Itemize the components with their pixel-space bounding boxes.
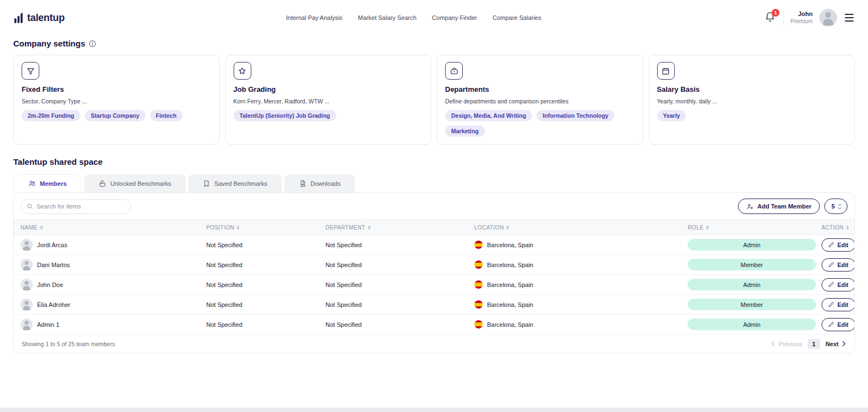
card-fixed-filters[interactable]: Fixed Filters Sector, Company Type ... 2… xyxy=(13,55,220,145)
nav-internal-pay-analysis[interactable]: Internal Pay Analysis xyxy=(286,14,342,21)
download-file-icon xyxy=(299,180,307,187)
table-row: Jordi Arcas Not Specified Not Specified … xyxy=(14,234,854,254)
tab-unlocked-benchmarks[interactable]: Unlocked Benchmarks xyxy=(84,174,185,192)
edit-button-label: Edit xyxy=(838,321,849,328)
tab-label: Downloads xyxy=(311,180,340,187)
member-name: Èlia Adroher xyxy=(37,301,70,308)
member-name: Dani Martos xyxy=(37,262,70,268)
member-location-cell: Barcelona, Spain xyxy=(468,241,681,249)
edit-button-label: Edit xyxy=(838,242,849,248)
sort-icon xyxy=(846,226,849,230)
pencil-icon xyxy=(828,281,834,288)
pencil-icon xyxy=(828,321,834,327)
menu-hamburger-icon[interactable] xyxy=(844,13,855,23)
header-divider xyxy=(783,11,784,25)
tab-saved-benchmarks[interactable]: Saved Benchmarks xyxy=(188,174,281,192)
member-location: Barcelona, Spain xyxy=(487,281,534,288)
member-location: Barcelona, Spain xyxy=(487,262,534,268)
member-department-cell: Not Specified xyxy=(319,301,468,308)
member-name-cell: Èlia Adroher xyxy=(14,299,199,311)
role-badge: Member xyxy=(688,259,816,270)
member-department-cell: Not Specified xyxy=(319,262,468,268)
company-settings-header: Company settings xyxy=(0,39,868,48)
member-location: Barcelona, Spain xyxy=(487,242,534,248)
next-page-button[interactable]: Next xyxy=(825,341,846,347)
search-box xyxy=(20,199,131,214)
chip: Marketing xyxy=(445,126,485,137)
card-title: Fixed Filters xyxy=(22,85,211,93)
member-action-cell: Edit xyxy=(822,238,855,252)
card-departments[interactable]: Departments Define departments and compa… xyxy=(437,55,643,145)
company-settings-title: Company settings xyxy=(13,39,85,48)
edit-button[interactable]: Edit xyxy=(822,278,855,291)
member-avatar xyxy=(20,299,33,311)
card-subtitle: Korn Ferry, Mercer, Radford, WTW ... xyxy=(234,98,423,105)
table-footer: Showing 1 to 5 of 25 team members Previo… xyxy=(14,334,854,353)
edit-button-label: Edit xyxy=(838,301,849,308)
member-avatar xyxy=(20,279,33,291)
chip: Design, Media, And Writing xyxy=(445,110,532,121)
edit-button[interactable]: Edit xyxy=(822,238,855,252)
sort-icon xyxy=(236,226,240,230)
notifications-bell[interactable]: 1 xyxy=(764,12,777,24)
spain-flag-icon xyxy=(474,241,483,249)
member-department-cell: Not Specified xyxy=(319,242,468,248)
search-input[interactable] xyxy=(37,203,125,210)
card-subtitle: Sector, Company Type ... xyxy=(22,98,211,105)
column-header-department[interactable]: Department xyxy=(319,225,468,231)
column-header-name[interactable]: Name xyxy=(14,225,199,231)
column-header-action[interactable]: Action xyxy=(822,225,855,231)
card-title: Salary Basis xyxy=(657,85,847,93)
main-nav: Internal Pay Analysis Market Salary Sear… xyxy=(286,14,541,21)
table-row: Dani Martos Not Specified Not Specified … xyxy=(14,254,854,274)
nav-market-salary-search[interactable]: Market Salary Search xyxy=(358,14,417,21)
nav-compare-salaries[interactable]: Compare Salaries xyxy=(493,14,541,21)
notification-badge: 1 xyxy=(772,9,779,17)
add-team-member-label: Add Team Member xyxy=(757,203,812,210)
tab-members[interactable]: Members xyxy=(13,174,81,192)
table-row: Admin 1 Not Specified Not Specified Barc… xyxy=(14,314,854,334)
edit-button[interactable]: Edit xyxy=(822,318,855,331)
card-title: Departments xyxy=(445,85,635,93)
chip: Fintech xyxy=(150,110,183,121)
calendar-icon xyxy=(657,62,675,80)
previous-page-button[interactable]: Previous xyxy=(771,341,802,347)
member-role-cell: Member xyxy=(681,299,822,310)
user-avatar[interactable] xyxy=(819,9,837,27)
bookmark-icon xyxy=(203,180,210,187)
info-icon[interactable] xyxy=(89,40,96,48)
member-name-cell: John Doe xyxy=(14,279,199,291)
tab-label: Members xyxy=(40,180,66,187)
edit-button[interactable]: Edit xyxy=(822,258,855,272)
members-panel: Add Team Member 5 Name Position Departme… xyxy=(13,192,855,353)
role-badge: Admin xyxy=(688,239,816,251)
member-role-cell: Admin xyxy=(681,319,822,330)
tab-downloads[interactable]: Downloads xyxy=(285,174,355,192)
add-team-member-button[interactable]: Add Team Member xyxy=(738,199,820,214)
top-bar: talentup Internal Pay Analysis Market Sa… xyxy=(0,0,868,35)
member-name-cell: Admin 1 xyxy=(14,319,199,331)
member-location-cell: Barcelona, Spain xyxy=(468,280,681,289)
column-header-role[interactable]: Role xyxy=(681,225,822,231)
edit-button-label: Edit xyxy=(838,262,849,268)
nav-company-finder[interactable]: Company Finder xyxy=(432,14,477,21)
card-subtitle: Define departments and comparison percen… xyxy=(445,98,635,105)
chip: Startup Company xyxy=(85,110,146,121)
member-role-cell: Admin xyxy=(681,239,822,251)
search-icon xyxy=(27,203,33,210)
column-header-location[interactable]: Location xyxy=(468,225,681,231)
edit-button[interactable]: Edit xyxy=(822,298,855,311)
stepper-arrows-icon xyxy=(838,204,842,210)
shared-space-header: Talentup shared space xyxy=(0,157,868,166)
role-badge: Member xyxy=(688,299,816,310)
page-number-button[interactable]: 1 xyxy=(808,339,820,349)
member-department-cell: Not Specified xyxy=(319,281,468,288)
card-salary-basis[interactable]: Salary Basis Yearly, monthly, daily ... … xyxy=(649,55,855,145)
company-settings-cards: Fixed Filters Sector, Company Type ... 2… xyxy=(0,55,868,145)
talentup-logo[interactable]: talentup xyxy=(13,12,65,24)
chip: 2m-20m Funding xyxy=(22,110,80,121)
page-size-selector[interactable]: 5 xyxy=(824,199,848,214)
pencil-icon xyxy=(828,301,834,307)
card-job-grading[interactable]: Job Grading Korn Ferry, Mercer, Radford,… xyxy=(225,55,432,145)
column-header-position[interactable]: Position xyxy=(199,225,319,231)
